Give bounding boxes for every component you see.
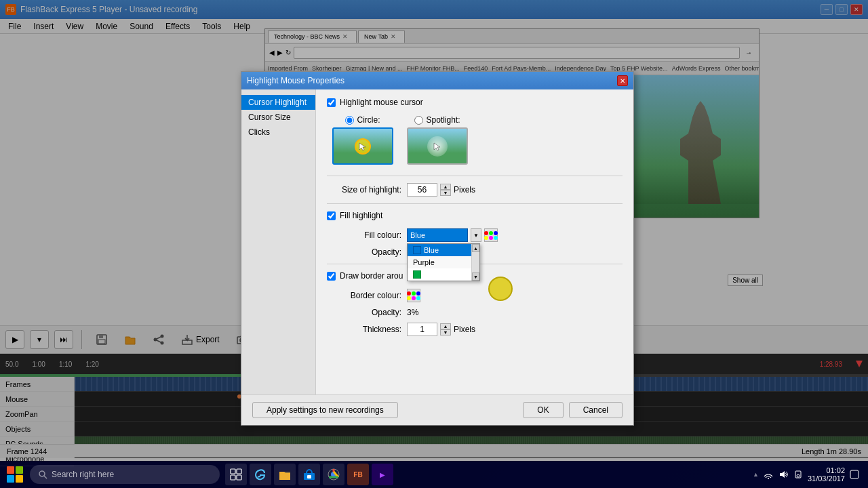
popup-label-blue: Blue <box>424 246 439 254</box>
color-dot-red <box>484 231 488 235</box>
search-placeholder: Search right here <box>52 470 114 479</box>
popup-content: Blue Purple <box>408 244 479 281</box>
size-up[interactable]: ▲ <box>440 184 451 190</box>
flashback-icon[interactable]: FB <box>347 464 369 485</box>
nav-cursor-size[interactable]: Cursor Size <box>241 110 315 125</box>
cursor-svg-spotlight <box>433 142 442 151</box>
nav-cursor-highlight[interactable]: Cursor Highlight <box>241 95 315 110</box>
popup-item-blue[interactable]: Blue <box>408 244 471 256</box>
taskbar-search-bar[interactable]: Search right here <box>30 465 220 484</box>
circle-radio[interactable] <box>345 116 354 125</box>
popup-swatch-green <box>413 270 421 279</box>
size-down[interactable]: ▼ <box>440 190 451 196</box>
edge-svg <box>254 468 267 481</box>
win-logo-green <box>16 466 23 474</box>
cancel-button[interactable]: Cancel <box>569 402 623 418</box>
divider-2 <box>327 203 623 204</box>
thickness-spinner: ▲ ▼ <box>440 323 451 336</box>
dialog-close-button[interactable]: ✕ <box>617 75 628 86</box>
dialog-nav: Cursor Highlight Cursor Size Clicks <box>241 89 316 394</box>
spotlight-option: Spotlight: <box>407 115 468 165</box>
popup-item-purple[interactable]: Purple <box>408 256 471 268</box>
thickness-down[interactable]: ▼ <box>440 329 451 336</box>
highlight-cursor-checkbox[interactable] <box>327 98 336 107</box>
color-dot-magenta <box>489 236 493 240</box>
border-opacity-label: Opacity: <box>327 308 401 317</box>
popup-scroll-down[interactable]: ▼ <box>472 272 479 281</box>
color-dots <box>484 231 498 240</box>
nav-clicks[interactable]: Clicks <box>241 125 315 140</box>
svg-rect-16 <box>237 469 241 474</box>
fill-colour-arrow[interactable]: ▼ <box>471 228 481 242</box>
spotlight-thumbnail[interactable] <box>407 127 468 165</box>
fill-colour-value: Blue <box>410 231 425 239</box>
network-icon[interactable] <box>763 469 774 480</box>
circle-thumbnail[interactable] <box>332 127 393 165</box>
svg-point-13 <box>39 471 45 476</box>
speakers-icon[interactable] <box>793 469 804 480</box>
fill-colour-picker[interactable] <box>484 228 498 242</box>
color-dot-yellow <box>484 236 488 240</box>
spotlight-label: Spotlight: <box>426 115 460 125</box>
circle-option: Circle: <box>332 115 393 165</box>
spotlight-radio-row: Spotlight: <box>414 115 460 125</box>
fill-colour-row: Fill colour: Blue ▼ <box>327 228 623 242</box>
win-logo-blue <box>7 475 14 483</box>
store-icon[interactable] <box>298 464 320 485</box>
highlight-cursor-row: Highlight mouse cursor <box>327 98 623 107</box>
dialog-title: Highlight Mouse Properties <box>247 76 344 85</box>
fill-colour-select[interactable]: Blue <box>407 228 468 242</box>
system-clock[interactable]: 01:02 31/03/2017 <box>808 466 845 483</box>
chrome-svg <box>327 468 340 481</box>
thickness-up[interactable]: ▲ <box>440 323 451 329</box>
highlight-style-options: Circle: Spotlight: <box>332 115 623 165</box>
tray-expand[interactable]: ▲ <box>753 471 759 478</box>
svg-point-27 <box>797 474 800 477</box>
file-explorer-icon[interactable] <box>274 464 296 485</box>
notifications-icon[interactable] <box>849 469 860 480</box>
popup-list: Blue Purple <box>408 244 471 281</box>
thickness-pixels-label: Pixels <box>454 325 475 334</box>
border-colour-row: Border colour: <box>327 289 623 302</box>
ok-button[interactable]: OK <box>523 402 563 418</box>
popup-item-green[interactable] <box>408 268 471 281</box>
size-input-group: ▲ ▼ Pixels <box>407 183 475 197</box>
volume-icon[interactable] <box>778 469 789 480</box>
dialog-body: Cursor Highlight Cursor Size Clicks High… <box>241 89 633 394</box>
size-spinner: ▲ ▼ <box>440 184 451 196</box>
border-colour-picker[interactable] <box>407 289 420 302</box>
popup-scroll-track <box>472 252 479 272</box>
apply-button[interactable]: Apply settings to new recordings <box>252 402 398 418</box>
fill-opacity-label: Opacity: <box>327 247 401 257</box>
explorer-svg <box>278 468 292 481</box>
fill-colour-label: Fill colour: <box>327 230 401 240</box>
svg-rect-17 <box>231 475 235 480</box>
taskbar-app-icons: FB ▶ <box>225 464 393 485</box>
thickness-row: Thickness: ▲ ▼ Pixels <box>327 323 623 336</box>
thickness-input[interactable] <box>407 323 437 336</box>
svg-marker-11 <box>359 143 366 150</box>
size-input[interactable] <box>407 183 437 197</box>
draw-border-label: Draw border arou <box>340 271 403 281</box>
svg-rect-28 <box>850 470 859 479</box>
chrome-icon[interactable] <box>323 464 344 485</box>
edge-browser-icon[interactable] <box>250 464 271 485</box>
task-view-icon[interactable] <box>225 464 247 485</box>
border-colour-control <box>407 289 420 302</box>
popup-scroll-up[interactable]: ▲ <box>472 244 479 252</box>
popup-label-purple: Purple <box>413 258 435 266</box>
notification-svg <box>850 470 859 479</box>
svg-rect-19 <box>279 472 290 480</box>
popup-swatch-blue <box>413 246 421 254</box>
network-svg <box>764 470 773 479</box>
thickness-input-group: ▲ ▼ Pixels <box>407 323 475 336</box>
task-view-svg <box>230 468 242 481</box>
spotlight-radio[interactable] <box>414 116 423 125</box>
start-button[interactable] <box>3 462 27 487</box>
app2-icon[interactable]: ▶ <box>372 464 393 485</box>
svg-rect-18 <box>237 475 241 480</box>
flashback-label: FB <box>353 471 362 479</box>
fill-highlight-checkbox[interactable] <box>327 211 336 220</box>
draw-border-checkbox[interactable] <box>327 272 336 281</box>
system-tray: ▲ <box>753 466 865 483</box>
